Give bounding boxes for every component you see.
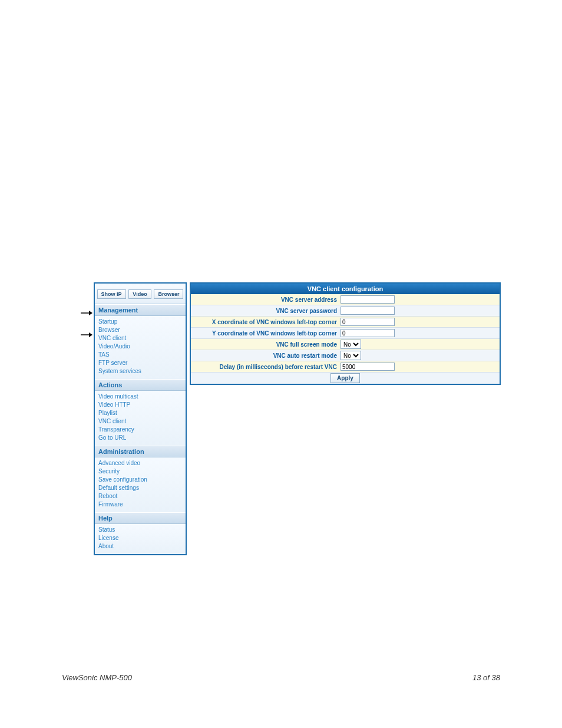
svg-marker-1 [89, 311, 92, 315]
nav-list-administration: Advanced video Security Save configurati… [95, 457, 186, 512]
nav-item-reboot[interactable]: Reboot [98, 492, 182, 500]
nav-item-vnc-client-mgmt[interactable]: VNC client [98, 334, 182, 342]
browser-button[interactable]: Browser [154, 289, 183, 299]
nav-item-startup[interactable]: Startup [98, 318, 182, 326]
svg-marker-3 [89, 332, 92, 337]
row-server-password: VNC server password [191, 305, 500, 317]
label-auto-restart: VNC auto restart mode [191, 353, 339, 359]
row-x-coord: X coordinate of VNC windows left-top cor… [191, 317, 500, 328]
page-footer: ViewSonic NMP-500 13 of 38 [62, 673, 500, 682]
annotation-arrow-management [81, 310, 92, 316]
nav-item-tas[interactable]: TAS [98, 351, 182, 359]
apply-button[interactable]: Apply [330, 373, 360, 383]
nav-item-status[interactable]: Status [98, 526, 182, 534]
section-header-administration: Administration [95, 446, 186, 457]
document-page: Show IP Video Browser Management Startup… [0, 0, 562, 728]
label-delay: Delay (in milliseconds) before restart V… [191, 364, 339, 370]
label-x-coord: X coordinate of VNC windows left-top cor… [191, 319, 339, 325]
show-ip-button[interactable]: Show IP [97, 289, 126, 299]
nav-item-go-to-url[interactable]: Go to URL [98, 434, 182, 442]
nav-item-firmware[interactable]: Firmware [98, 500, 182, 509]
nav-list-management: Startup Browser VNC client Video/Audio T… [95, 316, 186, 379]
row-auto-restart: VNC auto restart mode No [191, 350, 500, 361]
select-auto-restart[interactable]: No [340, 351, 361, 360]
label-server-password: VNC server password [191, 308, 339, 314]
section-header-management: Management [95, 304, 186, 316]
nav-list-actions: Video multicast Video HTTP Playlist VNC … [95, 391, 186, 446]
input-server-address[interactable] [340, 295, 395, 304]
nav-item-security[interactable]: Security [98, 467, 182, 476]
row-full-screen: VNC full screen mode No [191, 339, 500, 350]
select-full-screen[interactable]: No [340, 340, 361, 349]
main-panel: VNC client configuration VNC server addr… [190, 282, 501, 385]
row-y-coord: Y coordinate of VNC windows left-top cor… [191, 328, 500, 339]
nav-item-about[interactable]: About [98, 542, 182, 551]
row-server-address: VNC server address [191, 294, 500, 305]
input-server-password[interactable] [340, 307, 395, 315]
video-button[interactable]: Video [128, 289, 151, 299]
row-apply: Apply [191, 373, 500, 384]
nav-item-ftp-server[interactable]: FTP server [98, 359, 182, 367]
nav-item-playlist[interactable]: Playlist [98, 409, 182, 417]
sidebar: Show IP Video Browser Management Startup… [94, 282, 187, 555]
section-header-actions: Actions [95, 379, 186, 391]
input-y-coord[interactable] [340, 329, 395, 337]
footer-page-number: 13 of 38 [472, 673, 500, 682]
nav-list-help: Status License About [95, 524, 186, 554]
nav-item-default-settings[interactable]: Default settings [98, 484, 182, 492]
nav-item-video-multicast[interactable]: Video multicast [98, 393, 182, 401]
nav-item-license[interactable]: License [98, 534, 182, 542]
nav-item-save-configuration[interactable]: Save configuration [98, 476, 182, 484]
label-y-coord: Y coordinate of VNC windows left-top cor… [191, 330, 339, 337]
nav-item-advanced-video[interactable]: Advanced video [98, 459, 182, 467]
footer-product: ViewSonic NMP-500 [62, 673, 132, 682]
nav-item-transparency[interactable]: Transparency [98, 426, 182, 434]
nav-item-browser[interactable]: Browser [98, 326, 182, 334]
nav-item-vnc-client-action[interactable]: VNC client [98, 417, 182, 426]
nav-item-video-http[interactable]: Video HTTP [98, 401, 182, 409]
input-delay[interactable] [340, 363, 395, 371]
main-panel-title: VNC client configuration [191, 284, 500, 294]
input-x-coord[interactable] [340, 318, 395, 326]
label-full-screen: VNC full screen mode [191, 341, 339, 348]
section-header-help: Help [95, 512, 186, 524]
annotation-arrow-vnc-client [81, 332, 92, 338]
nav-item-system-services[interactable]: System services [98, 367, 182, 375]
row-delay: Delay (in milliseconds) before restart V… [191, 361, 500, 373]
sidebar-top-buttons: Show IP Video Browser [95, 284, 186, 304]
label-server-address: VNC server address [191, 297, 339, 303]
nav-item-video-audio[interactable]: Video/Audio [98, 342, 182, 351]
